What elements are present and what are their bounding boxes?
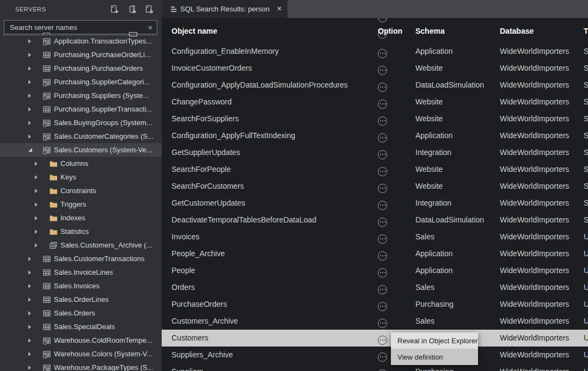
context-menu-item[interactable]: Reveal in Object Explorer (391, 332, 478, 349)
chevron-collapsed-icon[interactable] (28, 338, 42, 343)
table-row[interactable]: InvoicesSalesWideWorldImportersU (162, 228, 588, 245)
tree-item[interactable]: Sales.Customers (System-Ve... (0, 143, 162, 157)
chevron-collapsed-icon[interactable] (28, 311, 42, 316)
tree-item[interactable]: Indexes (0, 211, 162, 225)
chevron-collapsed-icon[interactable] (28, 257, 42, 261)
table-row[interactable]: ChangePasswordWebsiteWideWorldImportersS (162, 94, 588, 110)
options-button[interactable] (378, 266, 387, 277)
options-button[interactable] (378, 131, 387, 143)
chevron-collapsed-icon[interactable] (35, 230, 49, 234)
chevron-collapsed-icon[interactable] (35, 216, 49, 220)
column-header-schema[interactable]: Schema (415, 24, 445, 38)
tree-item[interactable]: Application.TransactionTypes... (0, 34, 162, 48)
table-row[interactable]: InvoiceCustomerOrdersWebsiteWideWorldImp… (162, 60, 588, 77)
chevron-collapsed-icon[interactable] (28, 53, 42, 57)
tree-item[interactable]: Sales.Invoices (0, 279, 162, 293)
chevron-collapsed-icon[interactable] (28, 121, 42, 125)
options-button[interactable] (378, 47, 387, 58)
new-server-group-icon[interactable] (127, 4, 137, 14)
options-button[interactable] (378, 199, 387, 210)
options-button[interactable] (378, 97, 387, 109)
table-row[interactable]: SearchForPeopleWebsiteWideWorldImporters… (162, 161, 588, 178)
options-button[interactable] (378, 367, 387, 371)
chevron-collapsed-icon[interactable] (35, 189, 49, 193)
context-menu-item[interactable]: View definition (391, 349, 478, 365)
tree-item[interactable]: Sales.SpecialDeals (0, 320, 162, 333)
table-row[interactable]: SearchForCustomersWebsiteWideWorldImport… (162, 178, 588, 195)
options-button[interactable] (378, 232, 387, 244)
options-button[interactable] (378, 148, 387, 159)
table-row[interactable]: SuppliersPurchasingWideWorldImportersU (162, 363, 588, 371)
tree-item[interactable]: Sales.InvoiceLines (0, 265, 162, 279)
column-header-object-name[interactable]: Object name (171, 24, 217, 38)
chevron-collapsed-icon[interactable] (28, 298, 42, 302)
tree-item[interactable]: Sales.CustomerTransactions (0, 252, 162, 265)
table-row[interactable]: Suppliers_ArchiveWideWorldImportersU (162, 347, 588, 363)
tree-item[interactable]: Sales.Customers_Archive (... (0, 238, 162, 252)
options-button[interactable] (378, 114, 387, 126)
tree-item[interactable]: Sales.BuyingGroups (System... (0, 116, 162, 129)
options-button[interactable] (378, 249, 387, 261)
tree-item[interactable]: Warehouse.PackageTypes (S... (0, 361, 162, 371)
chevron-collapsed-icon[interactable] (28, 94, 42, 98)
options-button[interactable] (378, 300, 387, 311)
chevron-collapsed-icon[interactable] (35, 162, 49, 166)
chevron-expanded-icon[interactable] (28, 148, 42, 152)
table-row[interactable]: Customers_ArchiveSalesWideWorldImporters… (162, 313, 588, 330)
new-connection-icon[interactable] (109, 4, 119, 14)
options-button[interactable] (378, 215, 387, 227)
tree-item[interactable]: Sales.Orders (0, 306, 162, 320)
column-header-option[interactable]: Option (378, 24, 402, 38)
table-row[interactable]: DeactivateTemporalTablesBeforeDataLoadDa… (162, 212, 588, 228)
chevron-collapsed-icon[interactable] (28, 134, 42, 139)
chevron-collapsed-icon[interactable] (28, 284, 42, 288)
close-tab-icon[interactable]: ✕ (277, 5, 282, 13)
options-button[interactable] (378, 350, 387, 362)
tree-item[interactable]: Purchasing.SupplierTransacti... (0, 102, 162, 116)
table-row[interactable]: People_ArchiveApplicationWideWorldImport… (162, 245, 588, 262)
table-row[interactable]: PurchaseOrdersPurchasingWideWorldImporte… (162, 296, 588, 313)
tree-item[interactable]: Columns (0, 157, 162, 170)
clear-search-icon[interactable]: ✕ (148, 23, 153, 32)
tree-item[interactable]: Sales.OrderLines (0, 293, 162, 306)
tree-item[interactable]: Keys (0, 170, 162, 184)
chevron-collapsed-icon[interactable] (28, 352, 42, 356)
table-row[interactable]: GetSupplierUpdatesIntegrationWideWorldIm… (162, 144, 588, 161)
show-active-connections-icon[interactable] (144, 4, 154, 14)
options-button[interactable] (378, 283, 387, 294)
options-button[interactable] (378, 81, 387, 92)
options-button[interactable] (378, 317, 387, 328)
chevron-collapsed-icon[interactable] (35, 243, 49, 248)
tab-sql-search-results[interactable]: SQL Search Results: person ✕ (162, 0, 287, 18)
table-row[interactable]: GetCustomerUpdatesIntegrationWideWorldIm… (162, 195, 588, 212)
tree-item[interactable]: Constraints (0, 184, 162, 197)
options-button[interactable] (378, 333, 387, 345)
chevron-collapsed-icon[interactable] (28, 39, 42, 44)
tree-item[interactable]: Purchasing.PurchaseOrderLi... (0, 48, 162, 61)
column-header-type-partial[interactable]: T (584, 24, 588, 38)
tree-item[interactable]: Purchasing.SupplierCategori... (0, 75, 162, 89)
column-header-database[interactable]: Database (500, 24, 534, 38)
tree-item[interactable]: Purchasing.Suppliers (Syste... (0, 89, 162, 102)
table-row[interactable]: PeopleApplicationWideWorldImportersU (162, 262, 588, 279)
tree-item[interactable]: Warehouse.Colors (System-V... (0, 347, 162, 361)
chevron-collapsed-icon[interactable] (35, 175, 49, 180)
table-row[interactable]: OrdersSalesWideWorldImportersU (162, 279, 588, 296)
table-row[interactable]: Configuration_ApplyFullTextIndexingAppli… (162, 127, 588, 144)
tree-item[interactable]: Statistics (0, 225, 162, 238)
chevron-collapsed-icon[interactable] (28, 325, 42, 329)
chevron-collapsed-icon[interactable] (28, 107, 42, 112)
table-row[interactable]: CustomersWideWorldImportersU (162, 330, 588, 347)
options-button[interactable] (378, 182, 387, 193)
tree-item[interactable]: Warehouse.ColdRoomTempe... (0, 333, 162, 347)
options-button[interactable] (378, 165, 387, 176)
table-row[interactable]: SearchForSuppliersWebsiteWideWorldImport… (162, 110, 588, 127)
chevron-collapsed-icon[interactable] (28, 66, 42, 71)
table-row[interactable]: Configuration_EnableInMemoryApplicationW… (162, 43, 588, 60)
tree-item[interactable]: Purchasing.PurchaseOrders (0, 61, 162, 75)
tree-item[interactable]: Triggers (0, 197, 162, 211)
chevron-collapsed-icon[interactable] (28, 366, 42, 370)
table-row[interactable]: Configuration_ApplyDataLoadSimulationPro… (162, 77, 588, 94)
chevron-collapsed-icon[interactable] (28, 80, 42, 84)
tree-item[interactable]: Sales.CustomerCategories (S... (0, 129, 162, 143)
